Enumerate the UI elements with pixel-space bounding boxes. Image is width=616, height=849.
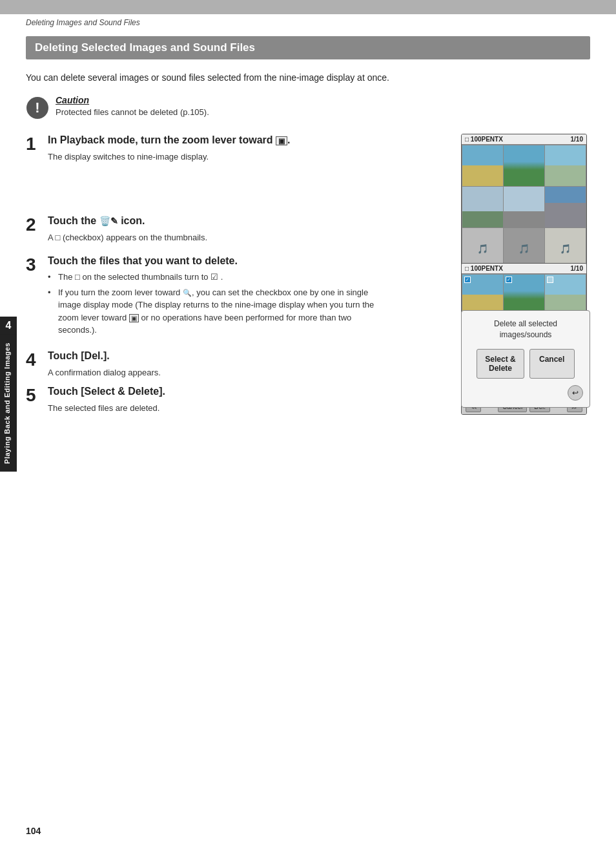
step-1-content: In Playback mode, turn the zoom lever to… xyxy=(48,134,384,163)
step-3-content: Touch the files that you want to delete.… xyxy=(48,255,384,339)
step-5-title: Touch [Select & Delete]. xyxy=(48,385,384,399)
back-button[interactable]: ↩ xyxy=(568,385,583,401)
section-header: Deleting Selected Images and Sound Files xyxy=(26,36,590,59)
step-1-number: 1 xyxy=(26,135,48,153)
step-3-title: Touch the files that you want to delete. xyxy=(48,255,384,268)
caution-content: Caution Protected files cannot be delete… xyxy=(56,95,209,117)
step-4-content: Touch [Del.]. A confirmation dialog appe… xyxy=(48,350,384,379)
section-title: Deleting Selected Images and Sound Files xyxy=(35,41,255,54)
confirm-dialog-title: Delete all selected images/sounds xyxy=(468,319,583,341)
bullet-1: The □ on the selected thumbnails turn to… xyxy=(48,271,384,284)
step-1-title: In Playback mode, turn the zoom lever to… xyxy=(48,134,384,147)
intro-paragraph: You can delete several images or sound f… xyxy=(26,71,400,85)
steps-area: □ 100PENTX 1/10 🎵 🎵 xyxy=(26,134,590,414)
intro-text: You can delete several images or sound f… xyxy=(26,72,389,83)
thumbnail-grid-1: 🎵 🎵 🎵 xyxy=(462,145,586,269)
svg-text:!: ! xyxy=(35,100,39,116)
step-3-bullets: The □ on the selected thumbnails turn to… xyxy=(48,271,384,337)
caution-title: Caution xyxy=(56,95,209,105)
step-2-content: Touch the 🗑️✎ icon. A □ (checkbox) appea… xyxy=(48,215,384,244)
step-2-number: 2 xyxy=(26,216,48,234)
caution-text: Protected files cannot be deleted (p.105… xyxy=(56,107,209,117)
step-4-number: 4 xyxy=(26,351,48,369)
step-5-desc: The selected files are deleted. xyxy=(48,402,384,415)
confirm-back: ↩ xyxy=(468,385,583,401)
step-2-title: Touch the 🗑️✎ icon. xyxy=(48,215,384,228)
step-5-content: Touch [Select & Delete]. The selected fi… xyxy=(48,385,384,414)
step-3-number: 3 xyxy=(26,256,48,274)
confirm-dialog: Delete all selected images/sounds Select… xyxy=(461,310,590,408)
caution-icon: ! xyxy=(26,96,49,120)
zoom-symbol-1: ▣ xyxy=(276,136,287,145)
bullet-2: If you turn the zoom lever toward 🔍, you… xyxy=(48,286,384,337)
breadcrumb: Deleting Images and Sound Files xyxy=(0,14,616,30)
sidebar-label: Playing Back and Editing Images xyxy=(0,335,17,472)
step-2: 2 Touch the 🗑️✎ icon. A □ (checkbox) app… xyxy=(26,215,590,244)
chapter-number: 4 xyxy=(0,317,17,335)
step-1: 1 In Playback mode, turn the zoom lever … xyxy=(26,134,590,163)
trash-icon: 🗑️✎ xyxy=(99,216,118,226)
select-delete-button[interactable]: Select &Delete xyxy=(477,349,524,379)
confirm-buttons: Select &Delete Cancel xyxy=(468,349,583,379)
step-2-desc: A □ (checkbox) appears on the thumbnails… xyxy=(48,231,384,244)
step-4-title: Touch [Del.]. xyxy=(48,350,384,363)
step-1-desc: The display switches to nine-image displ… xyxy=(48,151,384,163)
cancel-button[interactable]: Cancel xyxy=(529,349,575,379)
top-bar xyxy=(0,0,616,14)
left-sidebar: 4 Playing Back and Editing Images xyxy=(0,317,17,472)
caution-block: ! Caution Protected files cannot be dele… xyxy=(26,95,590,120)
breadcrumb-text: Deleting Images and Sound Files xyxy=(26,18,140,27)
step-3-desc: The □ on the selected thumbnails turn to… xyxy=(48,271,384,337)
page-number: 104 xyxy=(26,826,41,836)
step-5-number: 5 xyxy=(26,386,48,404)
step-4-desc: A confirmation dialog appears. xyxy=(48,366,384,379)
